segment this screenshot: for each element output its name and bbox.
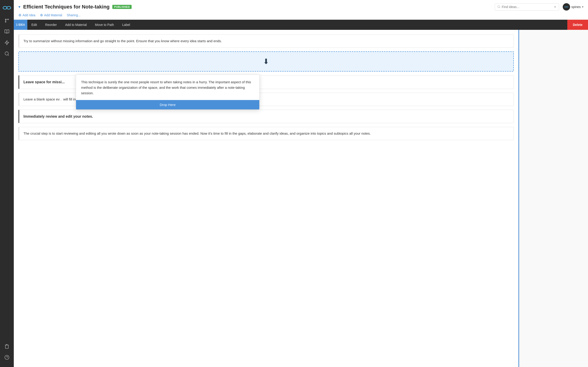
svg-point-16	[566, 6, 568, 8]
svg-point-9	[5, 52, 9, 55]
add-material-button[interactable]: ⊕ Add Material	[40, 13, 62, 17]
help-icon[interactable]	[2, 352, 12, 362]
drop-here-label: Drop Here	[160, 103, 175, 107]
right-panel	[519, 30, 588, 367]
sharing-button[interactable]: Sharing...	[67, 13, 81, 17]
main-content: ▾ Efficient Techniques for Note-taking P…	[14, 0, 588, 367]
edit-button[interactable]: Edit	[27, 20, 41, 30]
header: ▾ Efficient Techniques for Note-taking P…	[14, 0, 588, 20]
add-idea-button[interactable]: ⊕ Add Idea	[18, 13, 35, 17]
page-title: Efficient Techniques for Note-taking	[23, 4, 110, 10]
sharing-label: Sharing...	[67, 13, 81, 17]
down-arrow-icon: ⬇	[263, 58, 269, 65]
svg-point-3	[5, 22, 6, 23]
user-name: spines	[571, 5, 581, 9]
svg-point-15	[565, 6, 566, 8]
sidebar	[0, 0, 14, 367]
search-icon	[497, 5, 501, 9]
drag-overlay-text: This technique is surely the one most pe…	[81, 80, 251, 95]
drop-here-zone[interactable]: Drop Here	[76, 100, 259, 109]
svg-line-10	[8, 55, 9, 56]
add-idea-plus-icon: ⊕	[18, 13, 21, 17]
add-material-label: Add Material	[44, 13, 62, 17]
user-avatar[interactable]: spines ▾	[563, 3, 583, 10]
drag-overlay-content: This technique is surely the one most pe…	[76, 75, 259, 100]
title-chevron[interactable]: ▾	[18, 4, 20, 9]
add-to-material-button[interactable]: Add to Material	[61, 20, 91, 30]
svg-point-13	[498, 5, 500, 7]
idea-card-3-text: The crucial step is to start reviewing a…	[23, 131, 371, 135]
idea-count-badge: 1 IDEA	[14, 20, 27, 30]
label-button[interactable]: Label	[118, 20, 134, 30]
svg-line-14	[499, 7, 500, 8]
search-clear-icon[interactable]: ✕	[554, 5, 556, 9]
avatar-circle	[563, 3, 570, 10]
idea-card-heading-2-text: Immediately review and edit your notes.	[23, 115, 93, 118]
idea-card-heading-2[interactable]: Immediately review and edit your notes.	[18, 110, 514, 123]
idea-card-3[interactable]: The crucial step is to start reviewing a…	[18, 127, 514, 140]
drop-arrow: ⬇	[23, 56, 509, 67]
trash-icon[interactable]	[2, 341, 12, 351]
app-logo[interactable]	[2, 3, 12, 13]
svg-marker-8	[5, 41, 9, 45]
drag-overlay: This technique is surely the one most pe…	[76, 75, 259, 110]
idea-card-heading-1-text: Leave space for missi...	[23, 80, 65, 84]
move-to-path-button[interactable]: Move to Path	[91, 20, 118, 30]
search-icon[interactable]	[2, 49, 12, 59]
search-box[interactable]: ✕	[495, 3, 559, 10]
delete-button[interactable]: Delete	[567, 20, 588, 30]
content-wrapper: Try to summarize without missing informa…	[14, 30, 588, 367]
published-badge: PUBLISHED	[112, 5, 132, 9]
idea-card-selected[interactable]: ⬇	[18, 51, 514, 72]
svg-point-4	[8, 19, 9, 20]
bolt-icon[interactable]	[2, 38, 12, 48]
git-icon[interactable]	[2, 16, 12, 26]
add-material-plus-icon: ⊕	[40, 13, 43, 17]
user-chevron: ▾	[582, 5, 583, 8]
add-idea-label: Add Idea	[23, 13, 35, 17]
reorder-button[interactable]: Reorder	[41, 20, 61, 30]
idea-card-1-text: Try to summarize without missing informa…	[23, 39, 222, 43]
search-input[interactable]	[502, 5, 552, 9]
book-icon[interactable]	[2, 27, 12, 37]
idea-card-1[interactable]: Try to summarize without missing informa…	[18, 34, 514, 48]
main-column: Try to summarize without missing informa…	[14, 30, 519, 367]
toolbar: 1 IDEA Edit Reorder Add to Material Move…	[14, 20, 588, 30]
